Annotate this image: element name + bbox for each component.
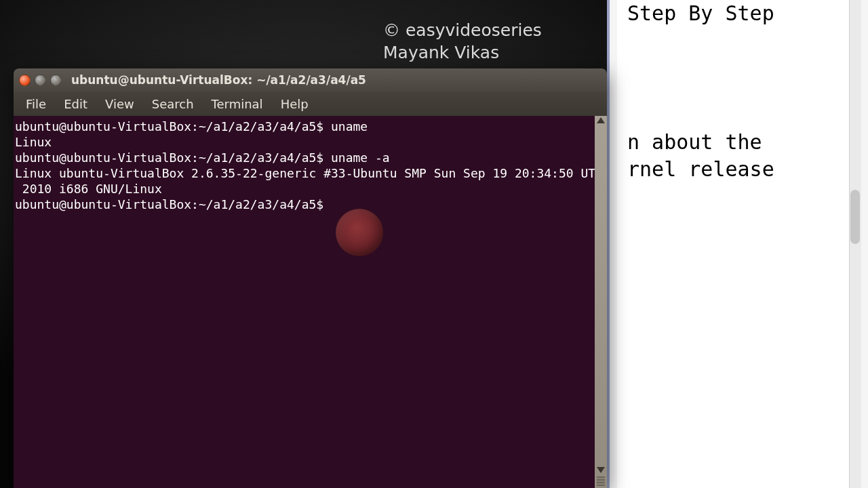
resize-grip-icon[interactable]	[597, 476, 605, 486]
document-page: Step By Step n about the rnel release	[617, 0, 861, 488]
doc-text-line: n about the	[627, 129, 861, 156]
terminal-window: ubuntu@ubuntu-VirtualBox: ~/a1/a2/a3/a4/…	[14, 68, 607, 488]
doc-window-border	[607, 0, 610, 488]
minimize-icon[interactable]	[35, 75, 46, 86]
doc-heading: Step By Step	[627, 0, 861, 27]
scroll-up-icon[interactable]	[597, 117, 605, 123]
maximize-icon[interactable]	[50, 75, 62, 86]
terminal-scrollbar[interactable]	[595, 116, 607, 488]
doc-scrollbar-thumb[interactable]	[850, 190, 860, 244]
watermark-line1: © easyvideoseries	[383, 19, 587, 41]
menu-view[interactable]: View	[97, 94, 142, 114]
terminal-text-area[interactable]: ubuntu@ubuntu-VirtualBox:~/a1/a2/a3/a4/a…	[14, 116, 595, 488]
scroll-down-icon[interactable]	[597, 467, 605, 473]
menu-edit[interactable]: Edit	[56, 94, 96, 114]
menu-terminal[interactable]: Terminal	[203, 94, 271, 114]
close-icon[interactable]	[19, 75, 31, 86]
watermark: © easyvideoseries Mayank Vikas	[383, 19, 587, 64]
menu-bar: File Edit View Search Terminal Help	[14, 92, 607, 116]
cursor-highlight-icon	[336, 209, 383, 256]
doc-text-line: rnel release	[627, 156, 861, 183]
doc-scrollbar[interactable]	[849, 0, 861, 488]
terminal-body[interactable]: ubuntu@ubuntu-VirtualBox:~/a1/a2/a3/a4/a…	[14, 116, 607, 488]
window-titlebar[interactable]: ubuntu@ubuntu-VirtualBox: ~/a1/a2/a3/a4/…	[14, 68, 607, 92]
menu-file[interactable]: File	[18, 94, 54, 114]
menu-help[interactable]: Help	[273, 94, 317, 114]
window-title: ubuntu@ubuntu-VirtualBox: ~/a1/a2/a3/a4/…	[71, 73, 366, 87]
menu-search[interactable]: Search	[144, 94, 202, 114]
watermark-line2: Mayank Vikas	[383, 41, 587, 64]
